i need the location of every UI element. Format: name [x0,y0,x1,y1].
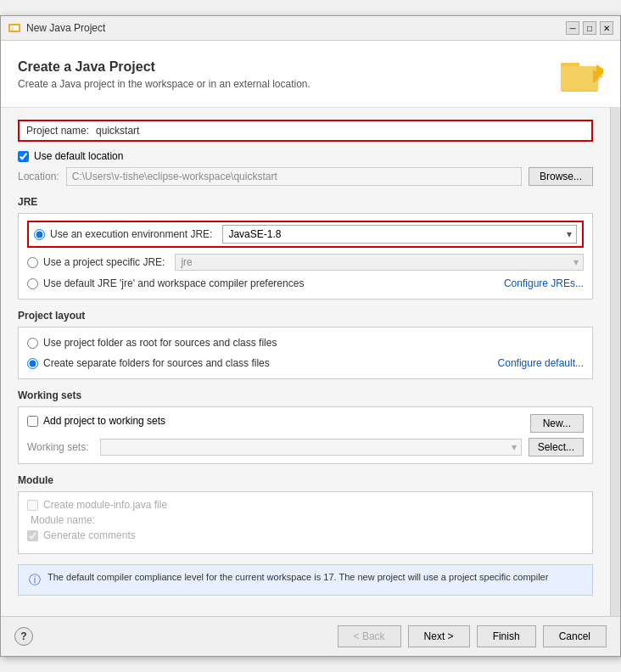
next-button[interactable]: Next > [408,625,470,647]
project-layout-box: Use project folder as root for sources a… [18,327,593,379]
info-icon: ⓘ [29,573,41,588]
finish-button[interactable]: Finish [477,625,536,647]
svg-rect-5 [561,66,598,90]
project-layout-label: Project layout [18,310,593,322]
location-input[interactable] [66,167,522,186]
layout-option2-row: Create separate folders for sources and … [27,355,584,372]
maximize-button[interactable]: □ [583,21,596,35]
close-button[interactable]: ✕ [600,21,613,35]
configure-jres-link[interactable]: Configure JREs... [504,277,584,289]
working-sets-section: Working sets Add project to working sets… [18,389,593,464]
working-sets-header: Add project to working sets New... [27,414,584,433]
new-working-set-button[interactable]: New... [530,414,584,433]
header-title: Create a Java Project [18,59,310,75]
module-section-label: Module [18,474,593,486]
jre-option1-radio[interactable] [34,229,45,240]
project-layout-section: Project layout Use project folder as roo… [18,310,593,379]
add-to-sets-checkbox[interactable] [27,416,38,427]
project-name-row: Project name: [18,120,593,142]
jre-option1-row: Use an execution environment JRE: JavaSE… [27,221,584,248]
configure-default-link[interactable]: Configure default... [498,357,584,369]
help-button[interactable]: ? [14,627,33,646]
jre-section-label: JRE [18,196,593,208]
browse-button[interactable]: Browse... [529,167,593,186]
default-location-row: Use default location [18,150,593,162]
generate-comments-checkbox[interactable] [27,530,38,541]
header-text: Create a Java Project Create a Java proj… [18,59,310,90]
dialog-window: J New Java Project ─ □ ✕ Create a Java P… [0,15,621,657]
jre-env-select-wrapper: JavaSE-1.8 [222,225,577,244]
layout-option1-radio[interactable] [27,338,38,349]
layout-option2-radio[interactable] [27,358,38,369]
main-content: Project name: Use default location Locat… [1,108,610,616]
header-subtitle: Create a Java project in the workspace o… [18,78,310,90]
jre-option2-label: Use a project specific JRE: [43,256,165,268]
create-module-info-label: Create module-info.java file [43,499,167,511]
title-bar-left: J New Java Project [8,21,105,35]
title-bar: J New Java Project ─ □ ✕ [1,16,620,41]
project-name-label: Project name: [26,125,89,137]
add-to-sets-label: Add project to working sets [43,415,165,427]
back-button[interactable]: < Back [338,625,401,647]
scrollbar[interactable] [610,108,620,616]
header-section: Create a Java Project Create a Java proj… [1,41,620,108]
java-project-icon: J [8,21,21,35]
layout-option1-row: Use project folder as root for sources a… [27,334,584,351]
jre-env-select[interactable]: JavaSE-1.8 [222,225,577,244]
module-section: Module Create module-info.java file Modu… [18,474,593,554]
footer-right: < Back Next > Finish Cancel [338,625,607,647]
generate-comments-label: Generate comments [43,529,136,541]
minimize-button[interactable]: ─ [566,21,579,35]
module-info-row: Create module-info.java file [27,499,584,511]
info-bar: ⓘ The default compiler compliance level … [18,564,593,596]
module-name-label: Module name: [31,514,95,526]
jre-option3-label: Use default JRE 'jre' and workspace comp… [43,277,504,289]
default-location-label: Use default location [34,150,123,162]
jre-section-box: Use an execution environment JRE: JavaSE… [18,213,593,300]
jre-option2-row: Use a project specific JRE: jre [27,251,584,273]
layout-option2-label: Create separate folders for sources and … [43,357,498,369]
jre-specific-select-wrapper: jre [175,254,584,271]
generate-comments-row: Generate comments [27,529,584,541]
content-area: Project name: Use default location Locat… [1,108,610,616]
title-bar-text: New Java Project [26,22,105,34]
working-sets-select[interactable] [100,439,521,456]
location-row: Location: Browse... [18,167,593,186]
svg-text:J: J [11,26,14,31]
title-bar-controls: ─ □ ✕ [566,21,613,35]
layout-option1-label: Use project folder as root for sources a… [43,337,277,349]
project-name-input[interactable] [96,125,585,137]
scrollbar-area: Project name: Use default location Locat… [1,108,620,616]
working-sets-label: Working sets [18,389,593,401]
footer-left: ? [14,627,33,646]
working-sets-select-row: Working sets: Select... [27,438,584,456]
footer: ? < Back Next > Finish Cancel [1,616,620,656]
working-sets-select-label: Working sets: [27,441,88,453]
cancel-button[interactable]: Cancel [543,625,607,647]
jre-option3-radio[interactable] [27,278,38,289]
folder-icon [559,54,603,95]
working-sets-select-wrapper [100,439,521,456]
select-working-set-button[interactable]: Select... [529,438,584,456]
info-text: The default compiler compliance level fo… [48,572,548,582]
jre-option1-label: Use an execution environment JRE: [50,228,212,240]
default-location-checkbox[interactable] [18,151,29,162]
location-label: Location: [18,171,59,182]
jre-specific-select[interactable]: jre [175,254,584,271]
create-module-info-checkbox[interactable] [27,500,38,511]
module-section-box: Create module-info.java file Module name… [18,491,593,554]
jre-section: JRE Use an execution environment JRE: Ja… [18,196,593,300]
add-to-sets-row: Add project to working sets [27,415,165,427]
working-sets-box: Add project to working sets New... Worki… [18,406,593,464]
module-name-row: Module name: [27,514,584,526]
jre-option2-radio[interactable] [27,257,38,268]
jre-option3-row: Use default JRE 'jre' and workspace comp… [27,275,584,292]
